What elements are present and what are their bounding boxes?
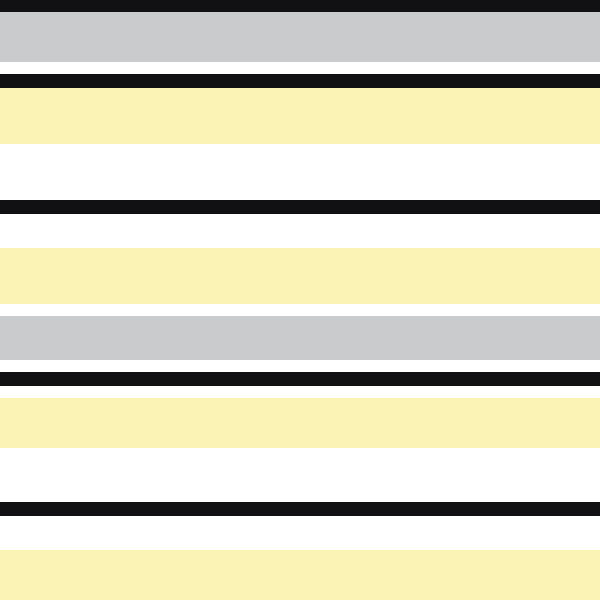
stripe-yellow xyxy=(0,550,600,600)
stripe-pattern xyxy=(0,0,600,600)
stripe-silver xyxy=(0,316,600,360)
stripe-yellow xyxy=(0,248,600,304)
stripe-white xyxy=(0,448,600,502)
stripe-black xyxy=(0,200,600,214)
stripe-black xyxy=(0,0,600,12)
stripe-white xyxy=(0,386,600,398)
stripe-yellow xyxy=(0,88,600,144)
stripe-black xyxy=(0,502,600,516)
stripe-white xyxy=(0,516,600,550)
stripe-white xyxy=(0,62,600,74)
stripe-black xyxy=(0,74,600,88)
stripe-black xyxy=(0,372,600,386)
stripe-white xyxy=(0,144,600,200)
stripe-white xyxy=(0,214,600,248)
stripe-white xyxy=(0,304,600,316)
stripe-silver xyxy=(0,12,600,62)
stripe-white xyxy=(0,360,600,372)
stripe-yellow xyxy=(0,398,600,448)
